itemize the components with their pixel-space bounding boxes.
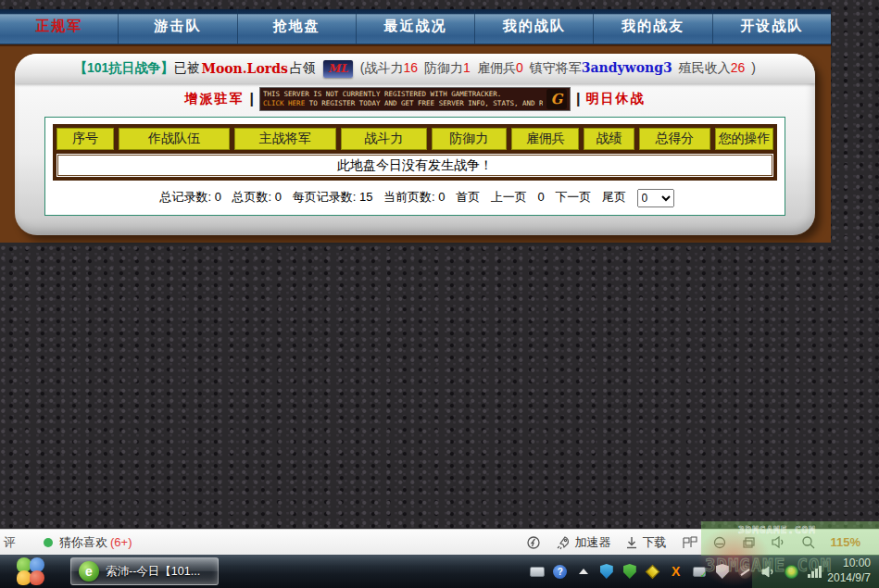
clock-time: 10:00 bbox=[827, 557, 871, 571]
stat-defense-label: 防御力 bbox=[424, 60, 463, 75]
antivirus-circle-tray-icon[interactable] bbox=[784, 563, 799, 580]
total-pages-label: 总页数: bbox=[232, 190, 272, 204]
volume-icon[interactable] bbox=[771, 535, 786, 549]
nav-item-guerrilla[interactable]: 游击队 bbox=[118, 9, 236, 44]
browser-status-bar: 评 猜你喜欢 (6+) 加速器 bbox=[0, 529, 879, 555]
col-attack: 战斗力 bbox=[341, 128, 427, 150]
zoom-magnifier-icon[interactable] bbox=[801, 535, 815, 549]
security-shield-tray-icon[interactable] bbox=[622, 563, 637, 580]
current-page-label: 当前页数: bbox=[383, 190, 435, 204]
thunder-tray-icon[interactable]: X bbox=[668, 563, 684, 580]
clock-date: 2014/9/7 bbox=[827, 571, 871, 586]
gametracker-banner-text: THIS SERVER IS NOT CURRENTLY REGISTERED … bbox=[263, 90, 543, 108]
pagination-bar: 总记录数: 0 总页数: 0 每页记录数: 15 当前页数: 0 首页 上一页 … bbox=[45, 189, 785, 207]
satellite-dish-tray-icon[interactable] bbox=[737, 563, 753, 580]
nav-item-grab-territory[interactable]: 抢地盘 bbox=[237, 9, 356, 44]
browser-e-icon: e bbox=[79, 561, 99, 582]
system-tray: X bbox=[529, 563, 822, 580]
banner-click-here-link[interactable]: CLICK HERE bbox=[263, 99, 305, 107]
banner-line2: CLICK HERE TO REGISTER TODAY AND GET FRE… bbox=[263, 99, 543, 108]
nav-item-create-team[interactable]: 开设战队 bbox=[712, 9, 831, 44]
nav-item-regular-army[interactable]: 正规军 bbox=[0, 9, 118, 44]
last-page-link[interactable]: 尾页 bbox=[602, 190, 626, 204]
col-team: 作战队伍 bbox=[119, 128, 230, 150]
reading-mode-icon[interactable] bbox=[526, 535, 541, 550]
rocket-icon bbox=[556, 535, 571, 550]
taskbar-app-button[interactable]: e 索沛--今日【101... bbox=[70, 557, 219, 585]
nav-item-my-allies[interactable]: 我的战友 bbox=[593, 9, 711, 44]
network-bars-tray-icon[interactable] bbox=[807, 563, 822, 580]
keyboard-tray-icon[interactable] bbox=[529, 563, 545, 580]
territory-stats: (战斗力16防御力1雇佣兵0镇守将军3andywong3殖民收入26) bbox=[360, 60, 756, 77]
nav-item-my-team[interactable]: 我的战队 bbox=[474, 9, 593, 44]
green-dot-icon bbox=[44, 538, 53, 547]
battle-table-header: 序号 作战队伍 主战将军 战斗力 防御力 雇佣兵 战绩 总得分 您的操作 bbox=[57, 128, 773, 150]
occupier-logo-icon: ML bbox=[323, 60, 353, 78]
game-panel: 【101抗日战争】 已被 Moon.Lords 占领 ML (战斗力16防御力1… bbox=[15, 54, 815, 235]
occupied-verb-text: 占领 bbox=[290, 60, 316, 77]
truce-link[interactable]: 明日休战 bbox=[585, 91, 645, 107]
occupied-by-text: 已被 bbox=[173, 60, 199, 77]
battle-table: 序号 作战队伍 主战将军 战斗力 防御力 雇佣兵 战绩 总得分 您的操作 此地盘… bbox=[52, 123, 778, 181]
stat-general-label: 镇守将军 bbox=[530, 60, 582, 75]
col-mercenary: 雇佣兵 bbox=[511, 128, 580, 150]
desktop-screen: 正规军 游击队 抢地盘 最近战况 我的战队 我的战友 开设战队 【101抗日战争… bbox=[0, 0, 879, 588]
total-pages-value: 0 bbox=[275, 190, 282, 204]
page-number: 0 bbox=[537, 190, 544, 204]
restore-window-icon[interactable] bbox=[742, 536, 756, 549]
first-page-link[interactable]: 首页 bbox=[456, 190, 480, 204]
banner-line1: THIS SERVER IS NOT CURRENTLY REGISTERED … bbox=[263, 90, 543, 99]
total-records-label: 总记录数: bbox=[159, 190, 211, 204]
help-tray-icon[interactable] bbox=[552, 563, 568, 580]
usb-device-tray-icon[interactable] bbox=[691, 563, 707, 580]
gametracker-banner[interactable]: THIS SERVER IS NOT CURRENTLY REGISTERED … bbox=[259, 87, 571, 111]
nav-item-recent-battles[interactable]: 最近战况 bbox=[356, 9, 474, 44]
download-label: 下载 bbox=[642, 534, 666, 551]
taskbar-clock[interactable]: 10:00 2014/9/7 bbox=[822, 557, 879, 585]
ie-mode-icon[interactable] bbox=[712, 535, 727, 550]
action-line: 增派驻军 | THIS SERVER IS NOT CURRENTLY REGI… bbox=[15, 85, 815, 113]
download-button[interactable]: 下载 bbox=[625, 534, 666, 551]
banner-line2-rest: TO REGISTER TODAY AND GET FREE SERVER IN… bbox=[309, 99, 543, 107]
show-hidden-icons-caret[interactable] bbox=[575, 563, 591, 580]
reinforce-link[interactable]: 增派驻军 bbox=[185, 91, 245, 107]
accelerator-button[interactable]: 加速器 bbox=[556, 534, 610, 551]
content-band: 【101抗日战争】 已被 Moon.Lords 占领 ML (战斗力16防御力1… bbox=[0, 44, 831, 243]
suggestion-count-badge: (6+) bbox=[110, 535, 132, 549]
separator: | bbox=[250, 91, 254, 107]
total-records-value: 0 bbox=[215, 190, 221, 204]
start-button[interactable] bbox=[0, 555, 61, 588]
suggestion-link[interactable]: 猜你喜欢 bbox=[59, 534, 107, 551]
stat-mercenary-label: 雇佣兵 bbox=[477, 60, 516, 75]
paren-close: ) bbox=[751, 60, 756, 75]
pinwheel-logo-icon bbox=[17, 557, 44, 585]
col-general: 主战将军 bbox=[234, 128, 336, 150]
col-record: 战绩 bbox=[584, 128, 634, 150]
accelerator-label: 加速器 bbox=[574, 534, 610, 551]
prev-page-link[interactable]: 上一页 bbox=[491, 190, 527, 204]
page-select[interactable]: 0 bbox=[637, 189, 674, 207]
statusbar-tools: 加速器 下载 bbox=[526, 534, 870, 551]
zoom-level[interactable]: 115% bbox=[830, 535, 860, 549]
col-index: 序号 bbox=[57, 128, 114, 150]
action-center-shield-icon[interactable] bbox=[714, 563, 730, 580]
speaker-tray-icon[interactable] bbox=[760, 563, 776, 580]
wifi-shield-tray-icon[interactable] bbox=[598, 563, 614, 580]
download-arrow-icon bbox=[625, 535, 638, 550]
taskbar-app-label: 索沛--今日【101... bbox=[106, 564, 200, 580]
taskbar: e 索沛--今日【101... X 10:00 bbox=[0, 555, 879, 588]
per-page-value: 15 bbox=[359, 190, 372, 204]
statusbar-clipped-text[interactable]: 评 bbox=[4, 534, 16, 551]
current-page-value: 0 bbox=[438, 190, 445, 204]
compatibility-flags-icon[interactable] bbox=[681, 536, 697, 549]
ime-diamond-tray-icon[interactable] bbox=[645, 563, 660, 580]
stat-income-value: 26 bbox=[731, 60, 746, 75]
separator: | bbox=[576, 91, 580, 107]
col-defense: 防御力 bbox=[432, 128, 507, 150]
game-top-nav: 正规军 游击队 抢地盘 最近战况 我的战队 我的战友 开设战队 bbox=[0, 9, 831, 44]
stat-attack-value: 16 bbox=[404, 60, 419, 75]
stat-income-label: 殖民收入 bbox=[679, 60, 731, 75]
gametracker-logo-icon: G bbox=[546, 89, 567, 109]
next-page-link[interactable]: 下一页 bbox=[555, 190, 591, 204]
stat-general-value: 3andywong3 bbox=[582, 60, 672, 75]
